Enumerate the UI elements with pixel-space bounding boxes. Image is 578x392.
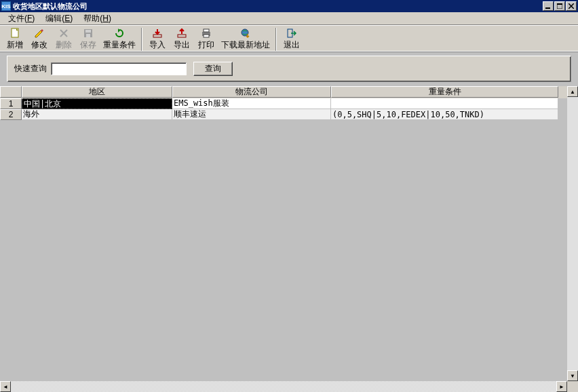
horizontal-scrollbar[interactable]: ◄ ► <box>0 381 578 392</box>
grid-header: 地区 物流公司 重量条件 <box>0 86 567 98</box>
cell-condition[interactable]: (0,5,SHQ|5,10,FEDEX|10,50,TNKD) <box>331 109 558 120</box>
chevron-up-icon: ▲ <box>570 89 575 95</box>
delete-x-icon <box>58 28 69 39</box>
minimize-button[interactable] <box>543 1 554 11</box>
maximize-button[interactable] <box>554 1 565 11</box>
import-button[interactable]: 导入 <box>145 27 170 52</box>
scroll-down-button[interactable]: ▼ <box>567 370 578 381</box>
delete-button[interactable]: 删除 <box>52 27 76 52</box>
app-icon: KIS <box>1 1 11 11</box>
content-area: 地区 物流公司 重量条件 1 中国|北京 EMS_wish服装 2 海外 顺丰速… <box>0 86 578 381</box>
titlebar: KIS 收货地区默认物流公司 <box>0 0 578 12</box>
export-button[interactable]: 导出 <box>170 27 194 52</box>
scroll-track[interactable] <box>11 381 556 392</box>
chevron-right-icon: ► <box>559 384 564 390</box>
chevron-down-icon: ▼ <box>570 373 575 379</box>
search-label: 快速查询 <box>14 63 47 75</box>
data-grid[interactable]: 地区 物流公司 重量条件 1 中国|北京 EMS_wish服装 2 海外 顺丰速… <box>0 86 567 381</box>
exit-button[interactable]: 退出 <box>280 27 304 52</box>
toolbar: 新增 修改 删除 保存 重量条件 导入 导出 打印 <box>0 25 578 52</box>
exit-door-icon <box>286 28 297 39</box>
download-address-button[interactable]: 下载最新地址 <box>218 27 273 52</box>
svg-rect-7 <box>153 35 161 37</box>
toolbar-separator <box>141 28 142 51</box>
search-panel: 快速查询 查询 <box>7 56 571 82</box>
cell-area[interactable]: 海外 <box>22 109 172 120</box>
svg-rect-2 <box>557 3 562 5</box>
menubar: 文件(F) 编辑(E) 帮助(H) <box>0 12 578 25</box>
menu-file[interactable]: 文件(F) <box>5 12 37 26</box>
import-arrow-icon <box>152 28 163 39</box>
save-button[interactable]: 保存 <box>76 27 100 52</box>
scroll-track[interactable] <box>567 97 578 370</box>
cell-area[interactable]: 中国|北京 <box>22 98 172 109</box>
vertical-scrollbar[interactable]: ▲ ▼ <box>567 86 578 381</box>
floppy-icon <box>83 28 94 39</box>
export-arrow-icon <box>176 28 187 39</box>
svg-rect-6 <box>86 34 90 37</box>
new-button[interactable]: 新增 <box>3 27 27 52</box>
close-button[interactable] <box>566 1 577 11</box>
app-window: KIS 收货地区默认物流公司 文件(F) 编辑(E) 帮助(H) 新增 修改 删… <box>0 0 578 392</box>
scroll-up-button[interactable]: ▲ <box>567 86 578 97</box>
svg-rect-5 <box>85 30 91 33</box>
menu-edit[interactable]: 编辑(E) <box>43 12 75 26</box>
svg-rect-0 <box>545 7 550 9</box>
edit-button[interactable]: 修改 <box>27 27 52 52</box>
row-header[interactable]: 1 <box>0 98 22 109</box>
cell-company[interactable]: 顺丰速运 <box>172 109 331 120</box>
row-header[interactable]: 2 <box>0 109 22 120</box>
scroll-right-button[interactable]: ► <box>556 381 567 392</box>
print-button[interactable]: 打印 <box>194 27 218 52</box>
scroll-corner <box>567 381 578 392</box>
cell-company[interactable]: EMS_wish服装 <box>172 98 331 109</box>
column-header-num[interactable] <box>0 86 22 98</box>
column-header-condition[interactable]: 重量条件 <box>331 86 558 98</box>
scroll-left-button[interactable]: ◄ <box>0 381 11 392</box>
search-input[interactable] <box>51 62 187 75</box>
search-button[interactable]: 查询 <box>193 62 233 76</box>
printer-icon <box>201 28 212 39</box>
pencil-icon <box>34 28 45 39</box>
window-title: 收货地区默认物流公司 <box>13 1 543 12</box>
grid-body: 1 中国|北京 EMS_wish服装 2 海外 顺丰速运 (0,5,SHQ|5,… <box>0 98 567 381</box>
toolbar-separator <box>275 28 277 51</box>
new-file-icon <box>9 28 20 39</box>
svg-rect-10 <box>204 29 209 32</box>
weight-condition-button[interactable]: 重量条件 <box>100 27 138 52</box>
menu-help[interactable]: 帮助(H) <box>81 12 114 26</box>
chevron-left-icon: ◄ <box>3 384 8 390</box>
column-header-area[interactable]: 地区 <box>22 86 172 98</box>
table-row[interactable]: 1 中国|北京 EMS_wish服装 <box>0 98 567 109</box>
globe-download-icon <box>240 28 251 39</box>
svg-rect-8 <box>178 35 186 37</box>
cell-condition[interactable] <box>331 98 558 109</box>
refresh-green-icon <box>114 28 125 39</box>
column-header-company[interactable]: 物流公司 <box>172 86 331 98</box>
svg-rect-11 <box>204 35 209 37</box>
table-row[interactable]: 2 海外 顺丰速运 (0,5,SHQ|5,10,FEDEX|10,50,TNKD… <box>0 109 567 120</box>
